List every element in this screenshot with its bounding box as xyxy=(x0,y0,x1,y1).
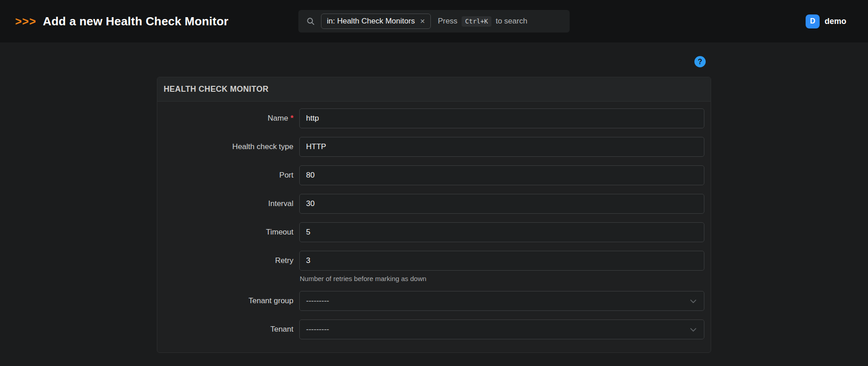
global-search-bar[interactable]: in: Health Check Monitors ✕ Press Ctrl+K… xyxy=(298,10,570,33)
tenant-group-label: Tenant group xyxy=(157,291,293,311)
name-input[interactable] xyxy=(299,108,704,128)
top-navbar: >>> Add a new Health Check Monitor in: H… xyxy=(0,0,868,42)
tenant-label: Tenant xyxy=(157,319,293,339)
search-scope-chip[interactable]: in: Health Check Monitors ✕ xyxy=(321,14,431,29)
ctrl-k-shortcut: Ctrl+K xyxy=(462,16,492,27)
form-row-tenant: Tenant--------- xyxy=(157,319,704,339)
health-check-monitor-panel: HEALTH CHECK MONITOR Name*Health check t… xyxy=(157,77,711,353)
timeout-field xyxy=(299,222,704,242)
form-row-health-check-type: Health check type xyxy=(157,137,704,157)
retry-input[interactable] xyxy=(299,251,704,271)
tenant-field: --------- xyxy=(299,319,704,339)
form-row-timeout: Timeout xyxy=(157,222,704,242)
interval-label: Interval xyxy=(157,194,293,214)
retry-label: Retry xyxy=(157,251,293,271)
user-avatar[interactable]: D xyxy=(806,14,820,28)
search-hint-suffix: to search xyxy=(495,17,527,26)
retry-field: Number of retries before marking as down xyxy=(299,251,704,282)
username: demo xyxy=(825,17,846,26)
navbar-left: >>> Add a new Health Check Monitor xyxy=(15,14,228,28)
tenant-group-field: --------- xyxy=(299,291,704,311)
tenant-group-select[interactable]: --------- xyxy=(299,291,704,311)
chevron-down-icon xyxy=(689,325,698,334)
search-icon xyxy=(306,17,315,26)
netbox-logo[interactable]: >>> xyxy=(15,15,36,28)
tenant-select-value: --------- xyxy=(306,325,329,334)
health-check-type-input[interactable] xyxy=(299,137,704,157)
panel-body: Name*Health check typePortIntervalTimeou… xyxy=(157,102,711,352)
main-content: ? HEALTH CHECK MONITOR Name*Health check… xyxy=(0,42,868,366)
search-scope-label: in: Health Check Monitors xyxy=(327,17,415,26)
health-check-type-label: Health check type xyxy=(157,137,293,157)
timeout-input[interactable] xyxy=(299,222,704,242)
port-input[interactable] xyxy=(299,165,704,185)
panel-header: HEALTH CHECK MONITOR xyxy=(157,77,711,102)
form-row-tenant-group: Tenant group--------- xyxy=(157,291,704,311)
interval-input[interactable] xyxy=(299,194,704,214)
search-hint: Press Ctrl+K to search xyxy=(438,16,527,27)
timeout-label: Timeout xyxy=(157,222,293,242)
form-row-retry: RetryNumber of retries before marking as… xyxy=(157,251,704,282)
help-button[interactable]: ? xyxy=(694,56,706,67)
form-row-port: Port xyxy=(157,165,704,185)
required-asterisk: * xyxy=(290,114,293,123)
name-field xyxy=(299,108,704,128)
chevron-down-icon xyxy=(689,297,698,305)
page-title: Add a new Health Check Monitor xyxy=(43,14,229,28)
interval-field xyxy=(299,194,704,214)
port-label: Port xyxy=(157,165,293,185)
form-row-name: Name* xyxy=(157,108,704,128)
search-hint-prefix: Press xyxy=(438,17,457,26)
form-row-interval: Interval xyxy=(157,194,704,214)
tenant-select[interactable]: --------- xyxy=(299,319,704,339)
retry-help-text: Number of retries before marking as down xyxy=(299,275,704,282)
tenant-group-select-value: --------- xyxy=(306,296,329,305)
port-field xyxy=(299,165,704,185)
user-menu[interactable]: D demo xyxy=(806,14,846,28)
chip-close-icon[interactable]: ✕ xyxy=(420,18,425,24)
name-label: Name* xyxy=(157,108,293,128)
health-check-type-field xyxy=(299,137,704,157)
